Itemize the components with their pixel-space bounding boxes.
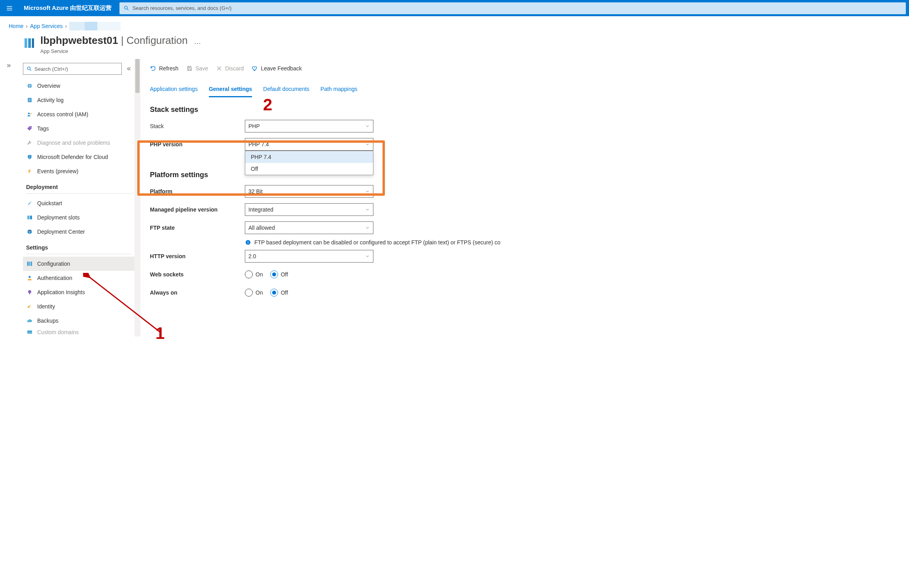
select-ftp-state[interactable]: All allowed bbox=[245, 221, 373, 234]
sidebar-item-tags[interactable]: Tags bbox=[23, 121, 134, 136]
breadcrumb-current-redacted bbox=[69, 22, 121, 30]
radio-web-sockets-on[interactable]: On bbox=[245, 270, 263, 278]
radio-always-on-off[interactable]: Off bbox=[270, 289, 288, 297]
cube-icon bbox=[26, 228, 33, 235]
sidebar-item-quickstart[interactable]: Quickstart bbox=[23, 196, 134, 210]
hamburger-button[interactable] bbox=[0, 5, 19, 12]
sidebar-group-settings: Settings bbox=[23, 239, 134, 251]
chevron-right-icon: › bbox=[26, 23, 28, 29]
shield-icon bbox=[26, 153, 33, 161]
log-icon bbox=[26, 96, 33, 104]
radio-web-sockets-off[interactable]: Off bbox=[270, 270, 288, 278]
label-ftp-state: FTP state bbox=[150, 225, 245, 231]
sidebar-item-label: Deployment slots bbox=[37, 214, 80, 221]
select-value: 32 Bit bbox=[248, 188, 263, 195]
breadcrumb-home[interactable]: Home bbox=[9, 23, 23, 29]
row-http-version: HTTP version 2.0 bbox=[150, 247, 909, 265]
left-expand-toggle[interactable] bbox=[0, 32, 17, 337]
sidebar-item-label: Overview bbox=[37, 83, 60, 89]
sidebar-item-label: Deployment Center bbox=[37, 229, 85, 235]
brand-title: Microsoft Azure 由世纪互联运营 bbox=[19, 4, 116, 12]
user-icon bbox=[26, 274, 33, 282]
select-value: Integrated bbox=[248, 206, 273, 213]
bulb-icon bbox=[26, 289, 33, 296]
sidebar-item-events[interactable]: Events (preview) bbox=[23, 164, 134, 178]
breadcrumb: Home › App Services › bbox=[0, 16, 909, 32]
global-search-input[interactable] bbox=[133, 5, 902, 11]
sidebar-item-identity[interactable]: Identity bbox=[23, 299, 134, 314]
discard-button: Discard bbox=[216, 65, 244, 72]
sidebar-item-overview[interactable]: Overview bbox=[23, 79, 134, 93]
sidebar-group-deployment: Deployment bbox=[23, 178, 134, 191]
sidebar-scrollbar[interactable] bbox=[134, 59, 140, 337]
globe-icon bbox=[26, 82, 33, 89]
sidebar-item-deployment-slots[interactable]: Deployment slots bbox=[23, 210, 134, 225]
sidebar-item-iam[interactable]: Access control (IAM) bbox=[23, 107, 134, 121]
tab-general-settings[interactable]: General settings bbox=[209, 83, 252, 97]
sidebar-item-label: Identity bbox=[37, 303, 55, 310]
wrench-icon bbox=[26, 139, 33, 146]
label-http-version: HTTP version bbox=[150, 253, 245, 259]
dropdown-option-php74[interactable]: PHP 7.4 bbox=[245, 151, 373, 163]
hamburger-icon bbox=[6, 5, 13, 12]
radio-icon bbox=[245, 289, 253, 297]
tab-path-mappings[interactable]: Path mappings bbox=[320, 83, 357, 97]
label-php-version: PHP version bbox=[150, 141, 245, 147]
select-platform[interactable]: 32 Bit bbox=[245, 185, 373, 198]
select-http-version[interactable]: 2.0 bbox=[245, 250, 373, 263]
slots-icon bbox=[26, 214, 33, 221]
sidebar-collapse-button[interactable] bbox=[124, 66, 134, 72]
sidebar-item-custom-domains[interactable]: Custom domains bbox=[23, 328, 134, 337]
row-web-sockets: Web sockets On Off bbox=[150, 265, 909, 284]
rocket-icon bbox=[26, 200, 33, 207]
dropdown-option-off[interactable]: Off bbox=[245, 163, 373, 175]
scrollbar-thumb[interactable] bbox=[135, 59, 140, 93]
row-managed-pipeline: Managed pipeline version Integrated bbox=[150, 200, 909, 219]
heart-icon bbox=[252, 65, 258, 72]
sidebar-item-diagnose[interactable]: Diagnose and solve problems bbox=[23, 136, 134, 150]
select-value: All allowed bbox=[248, 225, 275, 231]
sidebar-item-label: Application Insights bbox=[37, 289, 85, 295]
tab-application-settings[interactable]: Application settings bbox=[150, 83, 198, 97]
more-button[interactable]: … bbox=[191, 38, 201, 46]
sidebar-search[interactable] bbox=[23, 63, 122, 75]
radio-always-on-on[interactable]: On bbox=[245, 289, 263, 297]
row-stack: Stack PHP bbox=[150, 117, 909, 135]
select-stack[interactable]: PHP bbox=[245, 120, 373, 132]
sidebar-item-app-insights[interactable]: Application Insights bbox=[23, 285, 134, 299]
sidebar-item-defender[interactable]: Microsoft Defender for Cloud bbox=[23, 150, 134, 164]
chevron-double-left-icon bbox=[126, 66, 132, 72]
sidebar-item-label: Authentication bbox=[37, 275, 72, 281]
select-managed-pipeline[interactable]: Integrated bbox=[245, 203, 373, 216]
refresh-button[interactable]: Refresh bbox=[150, 65, 178, 72]
row-ftp-state: FTP state All allowed bbox=[150, 219, 909, 237]
row-ftp-info: FTP based deployment can be disabled or … bbox=[150, 237, 909, 247]
row-always-on: Always on On Off bbox=[150, 284, 909, 302]
sidebar-search-input[interactable] bbox=[34, 66, 118, 72]
sidebar-item-label: Activity log bbox=[37, 97, 64, 103]
radio-icon bbox=[245, 270, 253, 278]
sidebar-item-deployment-center[interactable]: Deployment Center bbox=[23, 225, 134, 239]
divider bbox=[26, 254, 131, 254]
label-stack: Stack bbox=[150, 123, 245, 129]
topbar: Microsoft Azure 由世纪互联运营 bbox=[0, 0, 909, 16]
sidebar-item-authentication[interactable]: Authentication bbox=[23, 271, 134, 285]
chevron-down-icon bbox=[365, 207, 370, 212]
select-php-version[interactable]: PHP 7.4 bbox=[245, 138, 373, 151]
sidebar-item-configuration[interactable]: Configuration bbox=[23, 257, 134, 271]
sidebar-item-label: Tags bbox=[37, 125, 49, 132]
global-search[interactable] bbox=[119, 2, 906, 14]
tab-default-documents[interactable]: Default documents bbox=[263, 83, 309, 97]
label-always-on: Always on bbox=[150, 289, 245, 296]
sidebar-item-label: Access control (IAM) bbox=[37, 111, 88, 117]
breadcrumb-app-services[interactable]: App Services bbox=[30, 23, 62, 29]
info-icon bbox=[245, 239, 251, 246]
search-icon bbox=[123, 5, 129, 11]
select-value: PHP bbox=[248, 123, 260, 129]
sidebar-item-backups[interactable]: Backups bbox=[23, 314, 134, 328]
save-icon bbox=[186, 65, 193, 72]
sidebar-item-activity-log[interactable]: Activity log bbox=[23, 93, 134, 107]
sidebar-item-label: Diagnose and solve problems bbox=[37, 140, 110, 146]
label-managed-pipeline: Managed pipeline version bbox=[150, 206, 245, 213]
feedback-button[interactable]: Leave Feedback bbox=[252, 65, 302, 72]
